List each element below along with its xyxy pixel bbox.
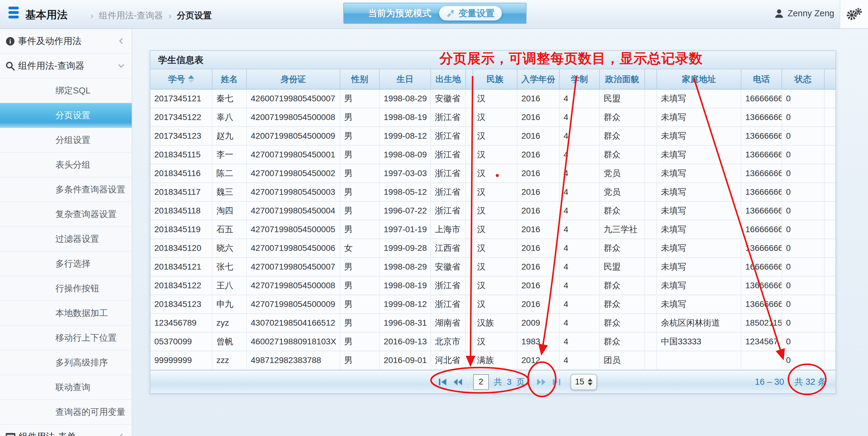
first-page-icon[interactable] [438,378,448,386]
table-row-8[interactable]: 2018345120晓六427007199805450006女1999-09-2… [150,239,835,258]
sidebar-item-9[interactable]: 多行选择 [0,252,132,276]
table-row-4[interactable]: 2018345116陈二427007199805450002男1997-03-0… [150,164,835,183]
cell [645,108,657,127]
column-header-5[interactable]: 出生地 [431,69,466,89]
table-row-1[interactable]: 2017345122辜八420071998054500008男1998-08-1… [150,108,835,127]
sidebar-item-6[interactable]: 多条件查询器设置 [0,177,132,202]
cell: 魏三 [212,183,247,201]
cell: 群众 [599,332,645,351]
column-header-14[interactable]: 状态 [782,69,824,89]
next-page-icon[interactable] [536,378,547,386]
cell: 13666666 [741,239,782,258]
variable-settings-button[interactable]: 变量设置 [439,6,502,21]
table-row-7[interactable]: 2018345119石五427071998054500005男1997-01-1… [150,220,835,239]
last-page-icon[interactable] [551,378,561,386]
cell: 浙江省 [431,145,466,164]
cell [466,220,473,239]
cell: 0 [782,220,824,239]
table-row-11[interactable]: 2018345123申九427071998054500009男1999-08-1… [150,295,835,314]
sidebar-item-12[interactable]: 移动行上下位置 [0,326,132,350]
cell: 0 [782,351,824,370]
sidebar-item-label: 绑定SQL [56,85,90,97]
column-header-1[interactable]: 姓名 [212,69,247,89]
table-row-5[interactable]: 2018345117魏三427007199805450003男1998-05-1… [150,183,835,201]
cell: 浙江省 [431,164,466,183]
column-header-4[interactable]: 生日 [379,69,431,89]
sidebar-item-4[interactable]: 分组设置 [0,128,132,152]
table-row-14[interactable]: 99999999zzz498712982383788男2016-09-01河北省… [150,351,835,370]
sidebar-item-15[interactable]: 查询器的可用变量 [0,400,132,425]
sidebar-item-3[interactable]: 分页设置 [0,103,132,128]
sidebar-item-13[interactable]: 多列高级排序 [0,350,132,375]
sidebar-item-8[interactable]: 过滤器设置 [0,227,132,252]
breadcrumb-separator: › [90,10,93,21]
cell: 426007199805450007 [247,89,340,108]
sidebar-item-2[interactable]: 绑定SQL [0,78,132,103]
column-header-2[interactable]: 身份证 [247,69,340,89]
sidebar-item-11[interactable]: 本地数据加工 [0,301,132,326]
sidebar-item-7[interactable]: 复杂查询器设置 [0,202,132,227]
cell: 2018345117 [150,183,212,201]
chevron-left-icon [118,432,124,436]
cell [466,201,473,220]
column-header-8[interactable]: 入学年份 [517,69,559,89]
cell: 汉 [473,220,517,239]
cell: 1997-03-03 [379,164,431,183]
column-header-7[interactable]: 民族 [473,69,517,89]
cell: 0 [782,201,824,220]
column-header-0[interactable]: 学号 [150,69,212,89]
cell: 汉 [473,108,517,127]
sidebar-item-0[interactable]: i事件及动作用法 [0,29,132,54]
sidebar-item-1[interactable]: 组件用法-查询器 [0,54,132,78]
cell: 4 [559,314,599,332]
column-header-9[interactable]: 学制 [559,69,599,89]
preview-mode-banner: 当前为预览模式 变量设置 [343,3,527,24]
settings-button[interactable] [846,8,862,22]
cell: 民盟 [599,258,645,276]
cell [466,276,473,295]
cell: 汉 [473,258,517,276]
cell: 男 [340,295,379,314]
page-size-select[interactable]: 15 [570,374,597,390]
sidebar-item-14[interactable]: 联动查询 [0,375,132,400]
cell: 2018345122 [150,276,212,295]
user-menu[interactable]: Zenny Zeng [774,8,834,19]
cell: 团员 [599,351,645,370]
table-row-6[interactable]: 2018345118淘四427007199805450004男1996-07-2… [150,201,835,220]
cell: 群众 [599,314,645,332]
table-row-13[interactable]: 05370099曾帆46002719880918103X男2016-09-13北… [150,332,835,351]
cell: 13666666 [741,127,782,145]
column-header-label: 学号 [168,74,185,85]
sidebar-item-16[interactable]: 组件用法-表单 [0,425,132,436]
cell: 2018345118 [150,201,212,220]
table-row-0[interactable]: 2017345121秦七426007199805450007男1998-08-2… [150,89,835,108]
cell: 未填写 [657,295,741,314]
table-row-2[interactable]: 2017345123赵九420071998054500009男1999-08-1… [150,127,835,145]
page-number-input[interactable] [473,374,489,390]
column-header-3[interactable]: 性别 [340,69,379,89]
table-row-9[interactable]: 2018345121张七427007199805450007男1998-08-2… [150,258,835,276]
cell: 2016 [517,127,559,145]
hamburger-menu-icon[interactable] [8,7,19,22]
prev-page-icon[interactable] [453,378,463,386]
table-row-12[interactable]: 123456789zyz430702198504166512男1996-08-3… [150,314,835,332]
sort-icon[interactable] [188,75,194,83]
table-row-10[interactable]: 2018345122王八427071998054500008男1998-08-1… [150,276,835,295]
breadcrumb-item-parent[interactable]: 组件用法-查询器 [99,10,163,22]
cell: 4 [559,89,599,108]
cell: 湖南省 [431,314,466,332]
pager-divider [468,376,468,388]
cell: 1998-08-19 [379,108,431,127]
column-header-12[interactable]: 家庭地址 [657,69,741,89]
column-header-10[interactable]: 政治面貌 [599,69,645,89]
sidebar-item-label: 联动查询 [56,381,90,394]
sidebar-item-10[interactable]: 行操作按钮 [0,276,132,301]
cell: 曾帆 [212,332,247,351]
sidebar-item-5[interactable]: 表头分组 [0,152,132,177]
cell: 浙江省 [431,201,466,220]
sidebar: i事件及动作用法组件用法-查询器绑定SQL分页设置分组设置表头分组多条件查询器设… [0,29,132,436]
column-header-13[interactable]: 电话 [741,69,782,89]
table-row-3[interactable]: 2018345115李一427007199805450001男1998-08-0… [150,145,835,164]
cell: 李一 [212,145,247,164]
cell: 13666666 [741,201,782,220]
